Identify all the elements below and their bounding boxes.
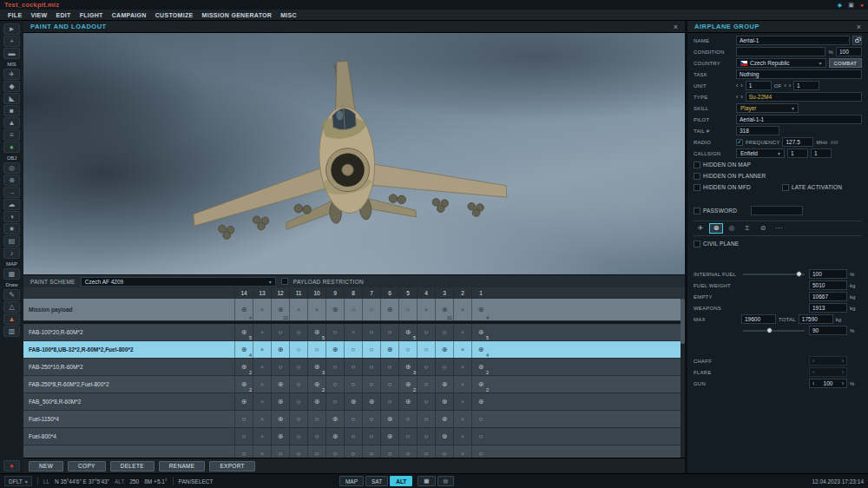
loadout-row[interactable]: FAB-100*8,UB-32*2,R-60M*2,Fuel-800*2⊕4×⊕… [23, 341, 685, 359]
payload-restriction-checkbox[interactable] [281, 278, 288, 285]
map-mode-map[interactable]: MAP [339, 476, 364, 486]
payload-cell[interactable]: ○ [326, 324, 344, 340]
tab-failures[interactable]: ⊘ [756, 223, 770, 234]
payload-cell[interactable]: ○ [344, 428, 362, 445]
internal-fuel-field[interactable]: 100 [809, 269, 847, 279]
gun-increment-icon[interactable]: › [842, 380, 844, 386]
tab-summary[interactable]: Σ [740, 223, 754, 234]
payload-cell[interactable]: ○ [344, 376, 362, 392]
draw-shape-icon[interactable]: △ [3, 301, 20, 313]
loadout-row[interactable]: Fuel-1150*4○×⊕○○⊕○○⊕○○⊕×○ [23, 411, 685, 428]
preset-dropdown[interactable]: DFLT ▾ [4, 476, 32, 486]
tab-more[interactable]: ⋯ [772, 223, 786, 234]
payload-cell[interactable]: × [453, 376, 471, 392]
payload-cell[interactable]: ○ [289, 324, 307, 340]
chaff-decrement-icon[interactable]: ‹ [812, 358, 814, 364]
payload-cell[interactable]: × [417, 299, 435, 320]
payload-cell[interactable]: ○ [417, 411, 435, 427]
unit-count-increment-icon[interactable]: › [789, 82, 791, 89]
payload-cell[interactable]: × [453, 411, 471, 427]
payload-cell[interactable]: × [307, 299, 326, 320]
payload-cell[interactable]: × [289, 299, 307, 320]
network-status-icon[interactable]: ◈ [838, 2, 842, 8]
payload-cell[interactable]: ○ [234, 445, 253, 458]
tail-number-field[interactable]: 318 [736, 126, 779, 135]
flare-field[interactable]: ‹ › [809, 367, 847, 377]
payload-cell[interactable]: ⊕2 [234, 376, 253, 392]
copy-button[interactable]: COPY [68, 461, 106, 472]
chaff-increment-icon[interactable]: › [842, 358, 844, 364]
payload-cell[interactable]: ○ [362, 341, 380, 358]
trigger-zone-icon[interactable]: ◎ [3, 162, 20, 174]
combat-button[interactable]: COMBAT [829, 58, 862, 68]
close-icon[interactable]: × [674, 23, 678, 31]
callsign-number-field[interactable]: 1 [787, 148, 808, 158]
pan-icon[interactable]: + [3, 36, 20, 47]
unit-decrement-icon[interactable]: ‹ [736, 82, 738, 89]
export-icon[interactable]: ▥ [3, 326, 20, 337]
measure-button-icon[interactable]: ◎ [437, 476, 455, 486]
hidden-on-planner-checkbox[interactable] [694, 173, 700, 180]
weather-icon[interactable]: ☁ [3, 199, 20, 210]
type-prev-icon[interactable]: ‹ [736, 94, 738, 100]
payload-cell[interactable]: ⊕ [326, 411, 344, 427]
unit-increment-icon[interactable]: › [740, 82, 742, 89]
payload-cell[interactable]: ⊕4 [471, 341, 490, 358]
late-activation-checkbox[interactable] [782, 184, 789, 191]
payload-cell[interactable]: ○ [326, 445, 344, 458]
draw-pencil-icon[interactable]: ✎ [3, 289, 20, 300]
static-object-icon[interactable]: ▲ [3, 117, 20, 129]
payload-cell[interactable]: ⊕ [271, 341, 289, 358]
slider-handle[interactable] [796, 271, 802, 277]
gun-field[interactable]: ‹ 100 › [809, 379, 847, 388]
payload-cell[interactable]: ⊕3 [398, 359, 417, 375]
ship-icon[interactable]: ◣ [3, 93, 20, 104]
payload-cell[interactable]: ⊕ [398, 393, 417, 410]
payload-cell[interactable]: ○ [307, 411, 326, 427]
payload-cell[interactable]: ○ [326, 393, 344, 410]
payload-cell[interactable]: ⊕32 [271, 299, 289, 320]
loadout-row[interactable]: FAB-250*10,R-60M*2⊕2×○○⊕3○○○○⊕3○○×⊕2 [23, 359, 685, 376]
payload-cell[interactable]: ⊕4 [471, 299, 490, 320]
payload-cell[interactable]: ⊕2 [471, 359, 490, 375]
delete-button[interactable]: DELETE [110, 461, 155, 472]
aircraft-icon[interactable]: ✈ [3, 69, 20, 80]
payload-cell[interactable]: ○ [417, 341, 435, 358]
unit-count-field[interactable]: 1 [793, 81, 819, 90]
payload-cell[interactable]: ⊕ [435, 393, 453, 410]
payload-cell[interactable]: × [344, 324, 362, 340]
flare-decrement-icon[interactable]: ‹ [812, 369, 814, 375]
mission-payload-row[interactable]: Mission payload⊕4×⊕32××⊕○○⊕○×⊕32×⊕4 [23, 299, 685, 321]
layers-button-icon[interactable]: ▦ [418, 476, 435, 486]
payload-cell[interactable]: ○ [289, 411, 307, 427]
payload-cell[interactable]: ○ [417, 376, 435, 392]
payload-cell[interactable]: × [253, 324, 271, 340]
payload-cell[interactable]: ⊕ [380, 299, 398, 320]
payload-cell[interactable]: ○ [417, 359, 435, 375]
payload-cell[interactable]: ○ [471, 411, 490, 427]
payload-cell[interactable]: ○ [234, 428, 253, 445]
payload-cell[interactable]: ⊕ [326, 299, 344, 320]
menu-misc[interactable]: MISC [276, 10, 301, 20]
play-icon[interactable]: ● [3, 142, 20, 153]
close-icon[interactable]: × [857, 23, 861, 31]
payload-cell[interactable]: ○ [362, 411, 380, 427]
payload-cell[interactable]: ○ [380, 393, 398, 410]
payload-cell[interactable]: ○ [234, 411, 253, 427]
table-scrollbar[interactable] [681, 299, 685, 458]
time-icon[interactable]: ◑ [3, 211, 20, 222]
map-mode-alt[interactable]: ALT [390, 476, 412, 486]
payload-cell[interactable]: ⊕ [435, 411, 453, 427]
total-weight-field[interactable]: 17590 [799, 314, 833, 324]
payload-cell[interactable]: ⊕ [435, 376, 453, 392]
payload-cell[interactable]: ⊕2 [471, 376, 490, 392]
payload-cell[interactable]: ○ [471, 428, 490, 445]
payload-cell[interactable]: ⊕2 [307, 376, 326, 392]
payload-cell[interactable]: × [253, 376, 271, 392]
payload-cell[interactable]: ⊕ [380, 428, 398, 445]
payload-cell[interactable]: ⊕ [344, 393, 362, 410]
payload-cell[interactable]: ○ [380, 324, 398, 340]
payload-cell[interactable]: ⊕ [380, 411, 398, 427]
warning-icon[interactable]: ▲ [3, 313, 20, 325]
payload-cell[interactable]: ⊕ [326, 341, 344, 358]
